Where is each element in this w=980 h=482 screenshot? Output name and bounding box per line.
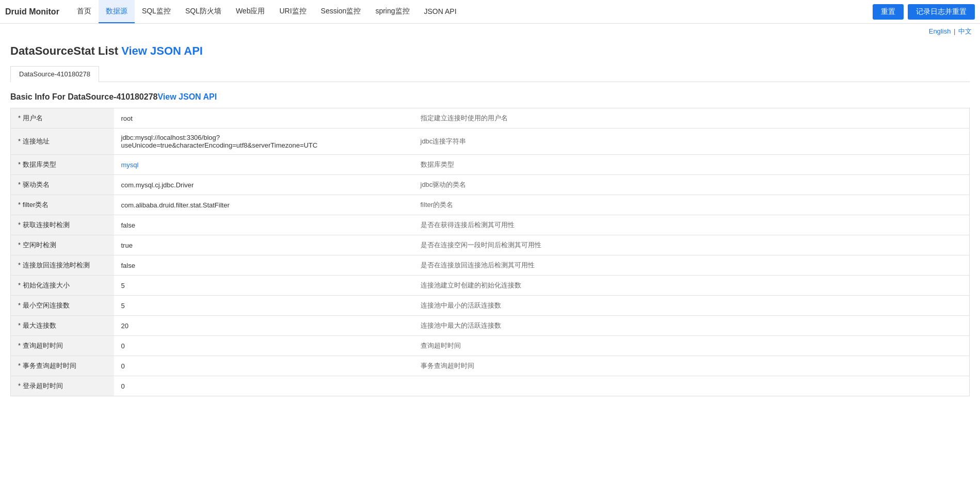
field-label: 获取连接时检测 — [11, 215, 114, 235]
field-value: root — [114, 108, 413, 128]
nav-tabs: 首页 数据源 SQL监控 SQL防火墙 Web应用 URI监控 Session监… — [70, 0, 873, 23]
section-view-json-link[interactable]: View JSON API — [157, 92, 217, 101]
nav-tab-sql-monitor[interactable]: SQL监控 — [135, 0, 178, 23]
table-row: 空闲时检测true是否在连接空闲一段时间后检测其可用性 — [11, 235, 970, 255]
table-row: 连接地址jdbc:mysql://localhost:3306/blog?use… — [11, 128, 970, 155]
section-title-static: Basic Info For DataSource-410180278 — [10, 92, 157, 101]
nav-tab-home[interactable]: 首页 — [70, 0, 99, 23]
field-description — [413, 376, 970, 396]
field-description: 是否在连接空闲一段时间后检测其可用性 — [413, 235, 970, 255]
field-value: 5 — [114, 276, 413, 296]
table-row: 获取连接时检测false是否在获得连接后检测其可用性 — [11, 215, 970, 235]
datasource-tab[interactable]: DataSource-410180278 — [11, 67, 99, 82]
field-label: 数据库类型 — [11, 155, 114, 175]
nav-tab-session-monitor[interactable]: Session监控 — [314, 0, 368, 23]
field-description: 连接池中最小的活跃连接数 — [413, 296, 970, 316]
lang-separator: | — [954, 27, 955, 35]
field-description: 数据库类型 — [413, 155, 970, 175]
table-row: 用户名root指定建立连接时使用的用户名 — [11, 108, 970, 128]
nav-tab-web-app[interactable]: Web应用 — [229, 0, 272, 23]
nav-tab-datasource[interactable]: 数据源 — [99, 0, 135, 23]
field-description: 事务查询超时时间 — [413, 356, 970, 376]
field-label: 最小空闲连接数 — [11, 296, 114, 316]
field-value: com.alibaba.druid.filter.stat.StatFilter — [114, 195, 413, 215]
lang-chinese-link[interactable]: 中文 — [958, 27, 972, 35]
table-row: 事务查询超时时间0事务查询超时时间 — [11, 356, 970, 376]
field-value: 20 — [114, 316, 413, 336]
field-value: false — [114, 255, 413, 276]
table-row: 登录超时时间0 — [11, 376, 970, 396]
lang-english-link[interactable]: English — [929, 27, 951, 35]
field-description: jdbc连接字符串 — [413, 128, 970, 155]
field-label: 登录超时时间 — [11, 376, 114, 396]
reset-button[interactable]: 重置 — [873, 4, 904, 20]
page-title: DataSourceStat List View JSON API — [10, 44, 970, 58]
field-value: com.mysql.cj.jdbc.Driver — [114, 175, 413, 195]
field-description: 是否在获得连接后检测其可用性 — [413, 215, 970, 235]
nav-bar: Druid Monitor 首页 数据源 SQL监控 SQL防火墙 Web应用 … — [0, 0, 980, 24]
field-label: 连接地址 — [11, 128, 114, 155]
datasource-tabs: DataSource-410180278 — [10, 66, 99, 82]
field-label: 驱动类名 — [11, 175, 114, 195]
table-row: filter类名com.alibaba.druid.filter.stat.St… — [11, 195, 970, 215]
field-label: 空闲时检测 — [11, 235, 114, 255]
field-value: 5 — [114, 296, 413, 316]
field-label: 用户名 — [11, 108, 114, 128]
table-row: 初始化连接大小5连接池建立时创建的初始化连接数 — [11, 276, 970, 296]
datasource-tabs-wrapper: DataSource-410180278 — [10, 66, 970, 82]
info-table: 用户名root指定建立连接时使用的用户名连接地址jdbc:mysql://loc… — [10, 108, 970, 396]
field-description: 连接池建立时创建的初始化连接数 — [413, 276, 970, 296]
page-title-static: DataSourceStat List — [10, 44, 118, 57]
field-label: 连接放回连接池时检测 — [11, 255, 114, 276]
field-label: 初始化连接大小 — [11, 276, 114, 296]
field-label: 查询超时时间 — [11, 336, 114, 356]
field-description: filter的类名 — [413, 195, 970, 215]
table-row: 驱动类名com.mysql.cj.jdbc.Driverjdbc驱动的类名 — [11, 175, 970, 195]
field-description: 查询超时时间 — [413, 336, 970, 356]
field-description: 是否在连接放回连接池后检测其可用性 — [413, 255, 970, 276]
field-description: jdbc驱动的类名 — [413, 175, 970, 195]
table-row: 最小空闲连接数5连接池中最小的活跃连接数 — [11, 296, 970, 316]
nav-actions: 重置 记录日志并重置 — [873, 4, 975, 20]
nav-tab-json-api[interactable]: JSON API — [417, 0, 464, 23]
field-value: 0 — [114, 336, 413, 356]
field-value: 0 — [114, 356, 413, 376]
section-title: Basic Info For DataSource-410180278View … — [10, 92, 970, 102]
field-value: false — [114, 215, 413, 235]
field-description: 指定建立连接时使用的用户名 — [413, 108, 970, 128]
table-row: 查询超时时间0查询超时时间 — [11, 336, 970, 356]
field-label: 事务查询超时时间 — [11, 356, 114, 376]
nav-tab-spring-monitor[interactable]: spring监控 — [368, 0, 416, 23]
page-content: DataSourceStat List View JSON API DataSo… — [0, 39, 980, 407]
nav-tab-uri-monitor[interactable]: URI监控 — [272, 0, 313, 23]
page-view-json-link[interactable]: View JSON API — [121, 44, 203, 57]
table-row: 最大连接数20连接池中最大的活跃连接数 — [11, 316, 970, 336]
nav-brand: Druid Monitor — [5, 7, 59, 17]
field-label: 最大连接数 — [11, 316, 114, 336]
nav-tab-sql-firewall[interactable]: SQL防火墙 — [178, 0, 229, 23]
log-reset-button[interactable]: 记录日志并重置 — [908, 4, 975, 20]
table-row: 数据库类型mysql数据库类型 — [11, 155, 970, 175]
table-row: 连接放回连接池时检测false是否在连接放回连接池后检测其可用性 — [11, 255, 970, 276]
field-value: true — [114, 235, 413, 255]
field-value: jdbc:mysql://localhost:3306/blog?useUnic… — [114, 128, 413, 155]
field-value: 0 — [114, 376, 413, 396]
lang-bar: English | 中文 — [0, 24, 980, 39]
field-label: filter类名 — [11, 195, 114, 215]
field-description: 连接池中最大的活跃连接数 — [413, 316, 970, 336]
field-value: mysql — [114, 155, 413, 175]
